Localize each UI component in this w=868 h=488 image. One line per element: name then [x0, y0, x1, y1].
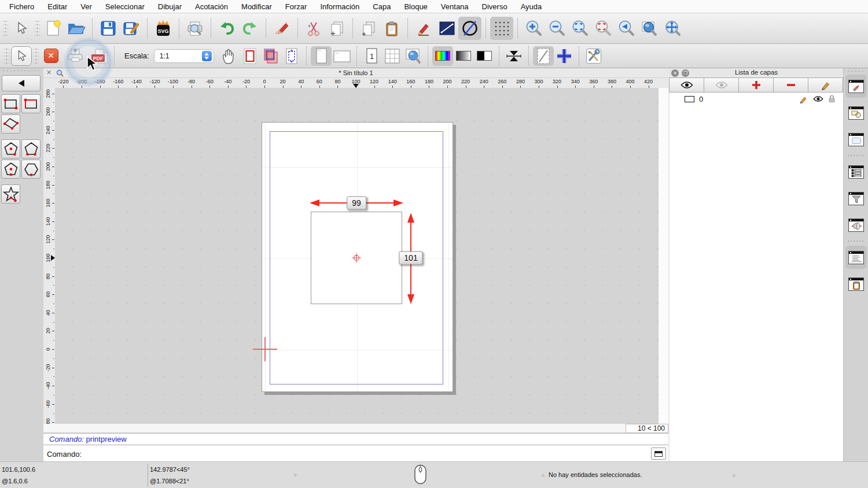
entity-list-widget-button[interactable] — [845, 160, 867, 183]
panel-float-icon[interactable]: ❐ — [682, 69, 689, 77]
menu-item-bloque[interactable]: Bloque — [404, 2, 427, 11]
block-list-widget-button[interactable] — [845, 101, 867, 124]
copy-button[interactable] — [325, 17, 348, 40]
zoom-pan-button[interactable] — [661, 17, 684, 40]
command-input-line[interactable]: Comando: — [43, 445, 668, 461]
redo-button[interactable] — [238, 17, 262, 40]
pan-hand-button[interactable] — [219, 46, 240, 66]
close-print-preview-button[interactable]: ✕ — [41, 46, 61, 66]
delete-button[interactable] — [270, 17, 293, 40]
color-mode-button[interactable] — [432, 46, 453, 66]
menu-item-forzar[interactable]: Forzar — [285, 2, 307, 11]
zoom-page-button[interactable] — [403, 46, 424, 66]
toolbar-drag-handle[interactable] — [34, 46, 39, 66]
layer-lock-icon[interactable] — [829, 95, 835, 103]
circle-tool-button[interactable] — [458, 17, 481, 40]
line-tool-button[interactable] — [435, 17, 458, 40]
tab-title[interactable]: * Sin título 1 — [43, 69, 668, 76]
rectangle-2points-button[interactable] — [1, 94, 20, 113]
draft-view-button[interactable] — [533, 46, 554, 66]
settings-button[interactable] — [583, 46, 604, 66]
vertical-scrollbar[interactable] — [658, 88, 668, 424]
polygon-2vertices-button[interactable] — [21, 139, 41, 158]
fit-page-button[interactable] — [240, 46, 260, 66]
export-pdf-button[interactable]: PDF — [89, 46, 110, 66]
zoom-auto-button[interactable] — [568, 17, 591, 40]
fit-margins-button[interactable] — [281, 46, 302, 66]
zoom-out-button[interactable] — [545, 17, 568, 40]
toolbar-drag-handle[interactable] — [4, 46, 9, 66]
scale-select[interactable]: 1:1 — [154, 49, 214, 63]
show-all-layers-button[interactable] — [669, 77, 704, 93]
grid-toggle-button[interactable] — [490, 17, 513, 40]
star-tool-button[interactable] — [1, 184, 20, 204]
layer-row[interactable]: 0 — [670, 93, 843, 105]
cut-button[interactable] — [302, 17, 325, 40]
rectangle-3points-button[interactable] — [1, 114, 20, 134]
layer-visibility-icon[interactable] — [813, 95, 823, 102]
layer-color-swatch[interactable] — [685, 96, 694, 102]
dock-drag-handle[interactable] — [847, 70, 865, 73]
print-button[interactable] — [65, 46, 86, 66]
blackwhite-mode-button[interactable] — [474, 46, 495, 66]
menu-item-ver[interactable]: Ver — [80, 2, 92, 11]
remove-layer-button[interactable] — [773, 77, 808, 93]
menu-item-dibujar[interactable]: Dibujar — [158, 2, 182, 11]
menu-item-seleccionar[interactable]: Seleccionar — [105, 2, 145, 11]
toolbar-drag-handle[interactable] — [3, 19, 8, 38]
menu-item-informacion[interactable]: Información — [320, 2, 359, 11]
stepper-icon[interactable] — [202, 51, 212, 61]
selection-filter-widget-button[interactable] — [845, 187, 867, 210]
command-widget-button[interactable] — [845, 246, 867, 269]
menu-item-capa[interactable]: Capa — [373, 2, 391, 11]
rectangle-corner-button[interactable] — [21, 94, 41, 113]
paste-button[interactable] — [380, 17, 403, 40]
layer-edit-pencil-icon[interactable] — [799, 95, 808, 103]
preview-pointer-button[interactable] — [11, 46, 32, 66]
single-page-button[interactable]: 1 — [361, 46, 382, 66]
hexagon-tool-button[interactable] — [21, 160, 41, 179]
pen-tool-button[interactable] — [412, 17, 435, 40]
menu-item-ventana[interactable]: Ventana — [441, 2, 469, 11]
copy-with-reference-button[interactable] — [357, 17, 380, 40]
back-button[interactable] — [2, 75, 41, 91]
multi-page-button[interactable] — [382, 46, 403, 66]
zoom-in-button[interactable] — [522, 17, 545, 40]
undo-button[interactable] — [215, 17, 238, 40]
library-browser-widget-button[interactable] — [845, 128, 867, 151]
toolbar-drag-handle[interactable] — [35, 19, 40, 38]
pointer-tool-button[interactable] — [10, 17, 33, 40]
zoom-selected-button[interactable] — [591, 17, 615, 40]
align-middle-button[interactable] — [503, 46, 524, 66]
polygon-center-tangent-button[interactable] — [1, 160, 20, 179]
zoom-window-button[interactable] — [638, 17, 661, 40]
detach-command-button[interactable] — [651, 448, 666, 460]
menu-item-ayuda[interactable]: Ayuda — [521, 2, 542, 11]
save-as-button[interactable] — [120, 17, 143, 40]
open-file-button[interactable] — [65, 17, 88, 40]
layer-list-widget-button[interactable] — [845, 75, 867, 98]
panel-drag-handle[interactable] — [2, 69, 41, 73]
menu-item-editar[interactable]: Editar — [47, 2, 67, 11]
panel-close-icon[interactable]: ✕ — [671, 69, 679, 77]
landscape-button[interactable] — [332, 46, 352, 66]
grayscale-mode-button[interactable] — [453, 46, 474, 66]
save-button[interactable] — [97, 17, 120, 40]
menu-item-diverso[interactable]: Diverso — [482, 2, 507, 11]
center-page-button[interactable] — [260, 46, 281, 66]
export-svg-button[interactable]: SVG — [152, 17, 175, 40]
projection-widget-button[interactable] — [845, 213, 867, 236]
print-preview-button[interactable] — [183, 17, 207, 40]
clipboard-widget-button[interactable] — [845, 272, 867, 295]
drawing-canvas[interactable]: 99 101 — [55, 88, 658, 424]
center-crosshair-button[interactable] — [554, 46, 575, 66]
menu-item-fichero[interactable]: Fichero — [9, 2, 34, 11]
menu-item-acotacion[interactable]: Acotación — [195, 2, 228, 11]
new-file-button[interactable] — [42, 17, 65, 40]
zoom-previous-button[interactable] — [615, 17, 638, 40]
portrait-button[interactable] — [311, 46, 332, 66]
layer-name[interactable]: 0 — [699, 95, 703, 103]
add-layer-button[interactable] — [738, 77, 774, 93]
hide-all-layers-button[interactable] — [704, 77, 739, 93]
menu-item-modificar[interactable]: Modificar — [241, 2, 272, 11]
